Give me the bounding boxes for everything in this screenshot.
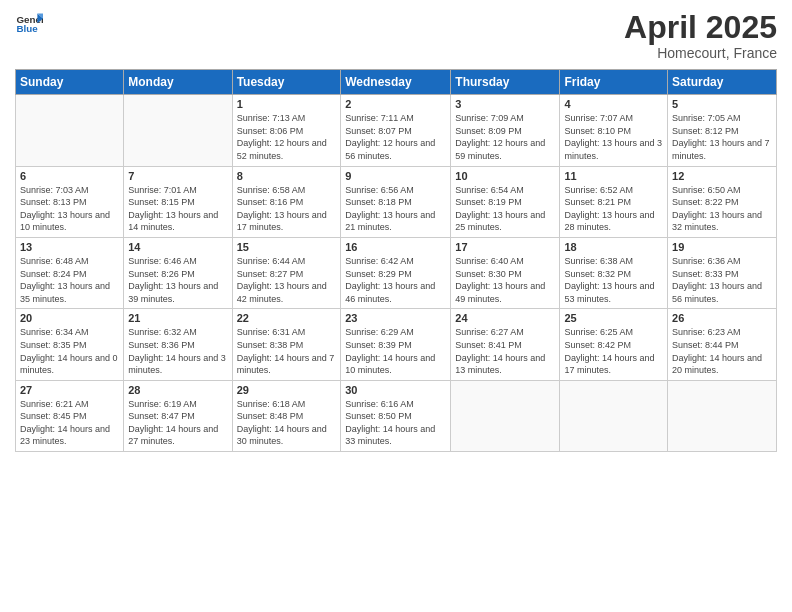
day-number: 8 [237,170,337,182]
page: General Blue April 2025 Homecourt, Franc… [0,0,792,612]
day-detail: Sunrise: 6:44 AMSunset: 8:27 PMDaylight:… [237,255,337,305]
calendar-cell-w2-d6: 11Sunrise: 6:52 AMSunset: 8:21 PMDayligh… [560,166,668,237]
day-detail: Sunrise: 7:01 AMSunset: 8:15 PMDaylight:… [128,184,227,234]
calendar-cell-w5-d6 [560,380,668,451]
day-number: 19 [672,241,772,253]
day-number: 18 [564,241,663,253]
calendar-cell-w2-d7: 12Sunrise: 6:50 AMSunset: 8:22 PMDayligh… [668,166,777,237]
day-detail: Sunrise: 6:19 AMSunset: 8:47 PMDaylight:… [128,398,227,448]
day-number: 25 [564,312,663,324]
day-detail: Sunrise: 6:27 AMSunset: 8:41 PMDaylight:… [455,326,555,376]
day-detail: Sunrise: 6:21 AMSunset: 8:45 PMDaylight:… [20,398,119,448]
calendar-cell-w4-d6: 25Sunrise: 6:25 AMSunset: 8:42 PMDayligh… [560,309,668,380]
day-number: 11 [564,170,663,182]
calendar-cell-w3-d3: 15Sunrise: 6:44 AMSunset: 8:27 PMDayligh… [232,237,341,308]
svg-text:Blue: Blue [16,23,38,34]
day-detail: Sunrise: 6:34 AMSunset: 8:35 PMDaylight:… [20,326,119,376]
day-detail: Sunrise: 6:52 AMSunset: 8:21 PMDaylight:… [564,184,663,234]
day-number: 23 [345,312,446,324]
calendar-cell-w5-d2: 28Sunrise: 6:19 AMSunset: 8:47 PMDayligh… [124,380,232,451]
day-detail: Sunrise: 6:23 AMSunset: 8:44 PMDaylight:… [672,326,772,376]
day-detail: Sunrise: 7:07 AMSunset: 8:10 PMDaylight:… [564,112,663,162]
title-block: April 2025 Homecourt, France [624,10,777,61]
day-number: 3 [455,98,555,110]
calendar-cell-w5-d1: 27Sunrise: 6:21 AMSunset: 8:45 PMDayligh… [16,380,124,451]
calendar-cell-w2-d5: 10Sunrise: 6:54 AMSunset: 8:19 PMDayligh… [451,166,560,237]
calendar-cell-w5-d3: 29Sunrise: 6:18 AMSunset: 8:48 PMDayligh… [232,380,341,451]
day-number: 27 [20,384,119,396]
calendar-cell-w1-d4: 2Sunrise: 7:11 AMSunset: 8:07 PMDaylight… [341,95,451,166]
calendar-cell-w4-d5: 24Sunrise: 6:27 AMSunset: 8:41 PMDayligh… [451,309,560,380]
calendar-cell-w2-d2: 7Sunrise: 7:01 AMSunset: 8:15 PMDaylight… [124,166,232,237]
day-number: 4 [564,98,663,110]
day-detail: Sunrise: 6:50 AMSunset: 8:22 PMDaylight:… [672,184,772,234]
calendar-week-3: 13Sunrise: 6:48 AMSunset: 8:24 PMDayligh… [16,237,777,308]
calendar-cell-w3-d6: 18Sunrise: 6:38 AMSunset: 8:32 PMDayligh… [560,237,668,308]
calendar-cell-w4-d1: 20Sunrise: 6:34 AMSunset: 8:35 PMDayligh… [16,309,124,380]
day-detail: Sunrise: 6:46 AMSunset: 8:26 PMDaylight:… [128,255,227,305]
col-wednesday: Wednesday [341,70,451,95]
calendar-cell-w3-d5: 17Sunrise: 6:40 AMSunset: 8:30 PMDayligh… [451,237,560,308]
calendar-cell-w3-d1: 13Sunrise: 6:48 AMSunset: 8:24 PMDayligh… [16,237,124,308]
day-detail: Sunrise: 6:18 AMSunset: 8:48 PMDaylight:… [237,398,337,448]
day-number: 1 [237,98,337,110]
header: General Blue April 2025 Homecourt, Franc… [15,10,777,61]
day-detail: Sunrise: 6:40 AMSunset: 8:30 PMDaylight:… [455,255,555,305]
calendar-week-5: 27Sunrise: 6:21 AMSunset: 8:45 PMDayligh… [16,380,777,451]
day-detail: Sunrise: 7:11 AMSunset: 8:07 PMDaylight:… [345,112,446,162]
day-detail: Sunrise: 7:13 AMSunset: 8:06 PMDaylight:… [237,112,337,162]
day-detail: Sunrise: 7:09 AMSunset: 8:09 PMDaylight:… [455,112,555,162]
day-number: 29 [237,384,337,396]
calendar-cell-w1-d6: 4Sunrise: 7:07 AMSunset: 8:10 PMDaylight… [560,95,668,166]
calendar-week-1: 1Sunrise: 7:13 AMSunset: 8:06 PMDaylight… [16,95,777,166]
logo: General Blue [15,10,43,38]
day-detail: Sunrise: 7:03 AMSunset: 8:13 PMDaylight:… [20,184,119,234]
main-title: April 2025 [624,10,777,45]
calendar-cell-w3-d4: 16Sunrise: 6:42 AMSunset: 8:29 PMDayligh… [341,237,451,308]
day-number: 12 [672,170,772,182]
day-number: 24 [455,312,555,324]
day-number: 17 [455,241,555,253]
day-detail: Sunrise: 6:32 AMSunset: 8:36 PMDaylight:… [128,326,227,376]
subtitle: Homecourt, France [624,45,777,61]
calendar-cell-w3-d7: 19Sunrise: 6:36 AMSunset: 8:33 PMDayligh… [668,237,777,308]
day-detail: Sunrise: 6:42 AMSunset: 8:29 PMDaylight:… [345,255,446,305]
day-detail: Sunrise: 6:48 AMSunset: 8:24 PMDaylight:… [20,255,119,305]
day-number: 2 [345,98,446,110]
col-tuesday: Tuesday [232,70,341,95]
day-number: 26 [672,312,772,324]
calendar-cell-w1-d2 [124,95,232,166]
calendar-cell-w5-d7 [668,380,777,451]
calendar-week-2: 6Sunrise: 7:03 AMSunset: 8:13 PMDaylight… [16,166,777,237]
day-detail: Sunrise: 6:38 AMSunset: 8:32 PMDaylight:… [564,255,663,305]
day-number: 22 [237,312,337,324]
day-detail: Sunrise: 6:25 AMSunset: 8:42 PMDaylight:… [564,326,663,376]
day-number: 14 [128,241,227,253]
calendar-cell-w2-d3: 8Sunrise: 6:58 AMSunset: 8:16 PMDaylight… [232,166,341,237]
day-number: 15 [237,241,337,253]
calendar-cell-w3-d2: 14Sunrise: 6:46 AMSunset: 8:26 PMDayligh… [124,237,232,308]
calendar-cell-w1-d5: 3Sunrise: 7:09 AMSunset: 8:09 PMDaylight… [451,95,560,166]
day-number: 21 [128,312,227,324]
calendar-cell-w4-d2: 21Sunrise: 6:32 AMSunset: 8:36 PMDayligh… [124,309,232,380]
col-saturday: Saturday [668,70,777,95]
col-sunday: Sunday [16,70,124,95]
day-number: 9 [345,170,446,182]
calendar-week-4: 20Sunrise: 6:34 AMSunset: 8:35 PMDayligh… [16,309,777,380]
calendar-cell-w4-d4: 23Sunrise: 6:29 AMSunset: 8:39 PMDayligh… [341,309,451,380]
day-detail: Sunrise: 6:54 AMSunset: 8:19 PMDaylight:… [455,184,555,234]
col-friday: Friday [560,70,668,95]
day-detail: Sunrise: 6:36 AMSunset: 8:33 PMDaylight:… [672,255,772,305]
day-detail: Sunrise: 6:31 AMSunset: 8:38 PMDaylight:… [237,326,337,376]
calendar-header-row: Sunday Monday Tuesday Wednesday Thursday… [16,70,777,95]
calendar-table: Sunday Monday Tuesday Wednesday Thursday… [15,69,777,452]
day-number: 10 [455,170,555,182]
calendar-cell-w5-d5 [451,380,560,451]
col-thursday: Thursday [451,70,560,95]
day-detail: Sunrise: 7:05 AMSunset: 8:12 PMDaylight:… [672,112,772,162]
day-number: 5 [672,98,772,110]
day-detail: Sunrise: 6:56 AMSunset: 8:18 PMDaylight:… [345,184,446,234]
logo-icon: General Blue [15,10,43,38]
day-number: 30 [345,384,446,396]
calendar-cell-w2-d4: 9Sunrise: 6:56 AMSunset: 8:18 PMDaylight… [341,166,451,237]
